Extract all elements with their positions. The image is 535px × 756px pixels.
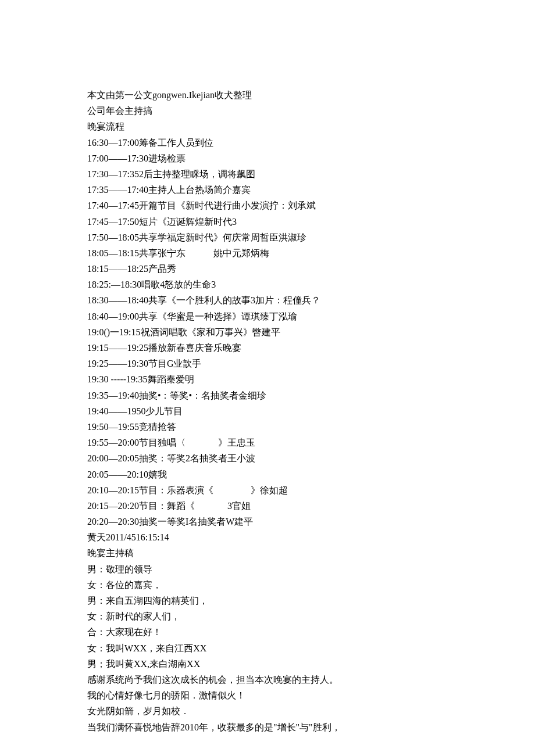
text-line: 17:00——17:30进场检票 bbox=[87, 151, 448, 166]
text-line: 18:40—19:00共享《华蜜是一种选择》谭琪臻丁泓瑜 bbox=[87, 309, 448, 324]
text-line: 合：大家现在好！ bbox=[87, 624, 448, 640]
text-line: 男；我叫黄XX,来白湖南XX bbox=[87, 656, 448, 672]
text-line: 女：各位的嘉宾， bbox=[87, 577, 448, 593]
text-line: 19:25——19:30节目G业歆手 bbox=[87, 356, 448, 371]
text-line: 19:55—20:00节目独唱〈 》王忠玉 bbox=[87, 435, 448, 450]
text-line: 17:40—17:45开篇节目《新时代进行曲小发演拧：刘承斌 bbox=[87, 198, 448, 213]
text-line: 18:25:—18:30唱歌4怒放的生命3 bbox=[87, 277, 448, 292]
text-line: 男：来自五湖四海的精英们， bbox=[87, 593, 448, 608]
text-line: 19:15——19:25播放新春喜庆音乐晚宴 bbox=[87, 340, 448, 356]
text-line: 20:20—20:30抽奖一等奖I名抽奖者W建平 bbox=[87, 514, 448, 529]
text-line: 18:05—18:15共享张宁东 姚中元郑炳梅 bbox=[87, 245, 448, 261]
text-line: 19:40——1950少儿节目 bbox=[87, 403, 448, 419]
text-line: 公司年会主持搞 bbox=[87, 103, 448, 119]
text-line: 17:50—18:05共享学福定新时代》何庆常周哲臣洪淑珍 bbox=[87, 230, 448, 245]
text-line: 感谢系统尚予我们这次成长的机会，担当本次晚宴的主持人。 bbox=[87, 672, 448, 687]
text-line: 19:30 -----19:35舞蹈秦爱明 bbox=[87, 371, 448, 387]
text-line: 16:30—17:00筹备工作人员到位 bbox=[87, 135, 448, 151]
text-line: 19:35—19:40抽奖•：等奖•：名抽奖者金细珍 bbox=[87, 388, 448, 403]
text-line: 我的心情好像七月的骄阳．激情似火！ bbox=[87, 687, 448, 703]
text-line: 女光阴如箭，岁月如校． bbox=[87, 703, 448, 719]
text-line: 18:30——18:40共享《一个胜利人的故事3加片：程僮兵？ bbox=[87, 292, 448, 308]
text-line: 晚宴主持稿 bbox=[87, 545, 448, 561]
text-line: 男：敬理的领导 bbox=[87, 561, 448, 577]
text-line: 黄天2011/4516:15:14 bbox=[87, 529, 448, 545]
text-line: 晚宴流程 bbox=[87, 119, 448, 134]
text-line: 女：我叫WXX，来自江西XX bbox=[87, 640, 448, 656]
document-page: 本文由第一公文gongwen.Ikejian收犬整理 公司年会主持搞 晚宴流程 … bbox=[0, 0, 535, 756]
text-line: 20:15—20:20节目：舞蹈《 3官姐 bbox=[87, 498, 448, 514]
text-line: 20:05——20:10嬉我 bbox=[87, 467, 448, 482]
text-line: 20:10—20:15节目：乐器表演《 》徐如超 bbox=[87, 482, 448, 498]
text-line: 本文由第一公文gongwen.Ikejian收犬整理 bbox=[87, 87, 448, 103]
text-line: 17:30—17:352后主持整理睬场，调将飙图 bbox=[87, 166, 448, 182]
text-line: 19:0()一19:15祝酒词唱歌《家和万事兴》瞥建平 bbox=[87, 324, 448, 340]
text-line: 17:35——17:40主持人上台热场简介嘉宾 bbox=[87, 182, 448, 198]
text-line: 当我们满怀喜悦地告辞2010年，收获最多的是"增长"与"胜利， bbox=[87, 719, 448, 735]
text-line: 20:00—20:05抽奖：等奖2名抽奖者王小波 bbox=[87, 450, 448, 466]
text-line: 19:50—19:55竞猜抢答 bbox=[87, 419, 448, 435]
text-line: 女：新时代的家人们， bbox=[87, 608, 448, 624]
text-line: 17:45—17:50短片《迈诞辉煌新时代3 bbox=[87, 214, 448, 230]
text-line: 18:15——18:25产品秀 bbox=[87, 261, 448, 277]
